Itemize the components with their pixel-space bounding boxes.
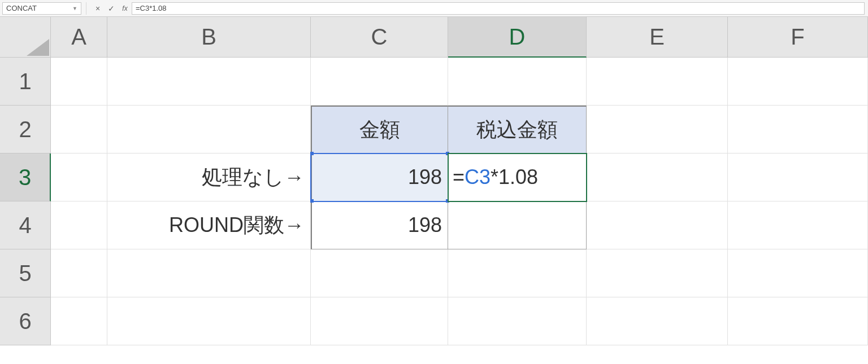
col-head-c[interactable]: C — [311, 17, 448, 58]
cell-b4[interactable]: ROUND関数→ — [107, 201, 311, 249]
cell-c1[interactable] — [311, 58, 448, 106]
cell-f6[interactable] — [728, 297, 868, 345]
cell-d4[interactable] — [448, 201, 587, 249]
cell-d5[interactable] — [448, 249, 587, 297]
row-head-4[interactable]: 4 — [0, 201, 51, 249]
cell-b4-text: ROUND関数→ — [169, 212, 305, 239]
cell-c4[interactable]: 198 — [311, 201, 448, 249]
cell-d6[interactable] — [448, 297, 587, 345]
cell-a1[interactable] — [51, 58, 107, 106]
separator — [86, 2, 86, 15]
cell-a4[interactable] — [51, 201, 107, 249]
col-head-f[interactable]: F — [728, 17, 868, 58]
name-box[interactable]: CONCAT ▼ — [2, 2, 81, 15]
cell-c2[interactable]: 金額 — [311, 106, 448, 154]
cell-f1[interactable] — [728, 58, 868, 106]
cell-e3[interactable] — [587, 154, 728, 201]
formula-bar: CONCAT ▼ × ✓ fx =C3*1.08 — [0, 0, 868, 17]
cell-e2[interactable] — [587, 106, 728, 154]
spreadsheet-grid: A B C D E F 1 2 金額 税込金額 3 処理なし→ 198 =C3*… — [0, 17, 868, 345]
cell-e5[interactable] — [587, 249, 728, 297]
cell-c5[interactable] — [311, 249, 448, 297]
cell-b6[interactable] — [107, 297, 311, 345]
cell-c6[interactable] — [311, 297, 448, 345]
cell-d3-formula: =C3*1.08 — [453, 165, 538, 189]
cell-a6[interactable] — [51, 297, 107, 345]
row-head-2[interactable]: 2 — [0, 106, 51, 154]
cell-f5[interactable] — [728, 249, 868, 297]
enter-icon[interactable]: ✓ — [105, 4, 118, 13]
cell-f4[interactable] — [728, 201, 868, 249]
cell-d1[interactable] — [448, 58, 587, 106]
cell-d2[interactable]: 税込金額 — [448, 106, 587, 154]
select-all-corner[interactable] — [0, 17, 51, 58]
cell-b3[interactable]: 処理なし→ — [107, 154, 311, 201]
cell-b2[interactable] — [107, 106, 311, 154]
cell-a5[interactable] — [51, 249, 107, 297]
dropdown-icon[interactable]: ▼ — [72, 6, 77, 11]
cell-c2-text: 金額 — [359, 116, 400, 144]
cell-d3[interactable]: =C3*1.08 — [448, 154, 587, 201]
cell-f2[interactable] — [728, 106, 868, 154]
cancel-icon[interactable]: × — [91, 4, 105, 13]
cell-b5[interactable] — [107, 249, 311, 297]
cell-e4[interactable] — [587, 201, 728, 249]
row-head-5[interactable]: 5 — [0, 249, 51, 297]
ref-handle-icon — [310, 199, 314, 203]
fx-icon[interactable]: fx — [118, 5, 132, 12]
row-head-6[interactable]: 6 — [0, 297, 51, 345]
formula-input-text: =C3*1.08 — [136, 4, 167, 12]
cell-b3-text: 処理なし→ — [202, 164, 305, 191]
cell-c4-text: 198 — [408, 213, 442, 237]
cell-a2[interactable] — [51, 106, 107, 154]
name-box-value: CONCAT — [6, 4, 37, 12]
cell-f3[interactable] — [728, 154, 868, 201]
cell-b1[interactable] — [107, 58, 311, 106]
row-head-3[interactable]: 3 — [0, 154, 51, 201]
cell-d2-text: 税込金額 — [476, 116, 558, 144]
cell-a3[interactable] — [51, 154, 107, 201]
col-head-b[interactable]: B — [107, 17, 311, 58]
col-head-d[interactable]: D — [448, 17, 587, 58]
formula-input[interactable]: =C3*1.08 — [132, 2, 865, 15]
cell-e1[interactable] — [587, 58, 728, 106]
cell-c3-text: 198 — [408, 165, 442, 189]
cell-c3[interactable]: 198 — [311, 154, 448, 201]
col-head-a[interactable]: A — [51, 17, 107, 58]
cell-e6[interactable] — [587, 297, 728, 345]
col-head-e[interactable]: E — [587, 17, 728, 58]
row-head-1[interactable]: 1 — [0, 58, 51, 106]
